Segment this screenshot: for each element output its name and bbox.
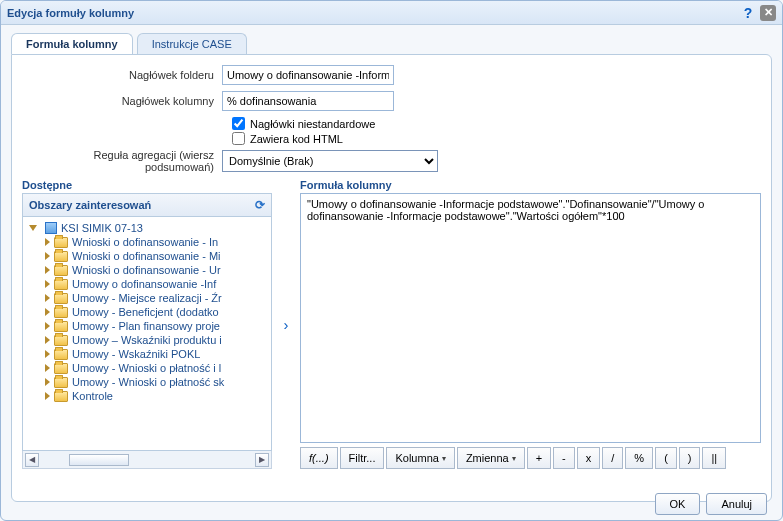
folder-header-label: Nagłówek folderu (22, 69, 222, 81)
chevron-right-icon (45, 392, 50, 400)
custom-headers-checkbox[interactable] (232, 117, 245, 130)
window-title: Edycja formuły kolumny (7, 7, 134, 19)
custom-headers-label: Nagłówki niestandardowe (250, 118, 375, 130)
subject-tree[interactable]: KSI SIMIK 07-13 Wnioski o dofinansowanie… (22, 217, 272, 451)
formula-title: Formuła kolumny (300, 179, 761, 191)
column-header-input[interactable] (222, 91, 394, 111)
tree-item[interactable]: Umowy - Beneficjent (dodatko (45, 305, 269, 319)
chevron-right-icon (45, 238, 50, 246)
folder-icon (54, 377, 68, 388)
scroll-right-icon[interactable]: ▶ (255, 453, 269, 467)
move-right-button[interactable]: › (278, 312, 294, 336)
fn-button[interactable]: f(...) (300, 447, 338, 469)
chevron-right-icon (45, 294, 50, 302)
folder-icon (54, 335, 68, 346)
lparen-button[interactable]: ( (655, 447, 677, 469)
tree-item[interactable]: Umowy - Wnioski o płatność sk (45, 375, 269, 389)
chevron-down-icon (29, 225, 37, 231)
column-header-label: Nagłówek kolumny (22, 95, 222, 107)
variable-button[interactable]: Zmienna▾ (457, 447, 525, 469)
chevron-right-icon (45, 336, 50, 344)
ok-button[interactable]: OK (655, 493, 701, 515)
chevron-down-icon: ▾ (442, 454, 446, 463)
formula-textarea-wrap: "Umowy o dofinansowanie -Informacje pods… (300, 193, 761, 443)
chevron-right-icon (45, 378, 50, 386)
folder-icon (54, 391, 68, 402)
chevron-right-icon (45, 308, 50, 316)
agg-rule-label: Reguła agregacji (wiersz podsumowań) (22, 149, 222, 173)
folder-icon (54, 321, 68, 332)
plus-button[interactable]: + (527, 447, 551, 469)
formula-toolbar: f(...) Filtr... Kolumna▾ Zmienna▾ + - x … (300, 447, 761, 469)
chevron-right-icon (45, 364, 50, 372)
scroll-left-icon[interactable]: ◀ (25, 453, 39, 467)
tab-formula[interactable]: Formuła kolumny (11, 33, 133, 54)
available-title: Dostępne (22, 179, 272, 191)
folder-icon (54, 307, 68, 318)
tree-item[interactable]: Umowy - Plan finansowy proje (45, 319, 269, 333)
help-icon[interactable]: ? (740, 5, 756, 21)
cube-icon (45, 222, 57, 234)
chevron-right-icon (45, 252, 50, 260)
tree-item[interactable]: Kontrole (45, 389, 269, 403)
folder-header-input[interactable] (222, 65, 394, 85)
tree-item[interactable]: Wnioski o dofinansowanie - Mi (45, 249, 269, 263)
chevron-right-icon (45, 280, 50, 288)
folder-icon (54, 363, 68, 374)
tree-root[interactable]: KSI SIMIK 07-13 (29, 221, 269, 235)
column-button[interactable]: Kolumna▾ (386, 447, 454, 469)
tree-item[interactable]: Umowy – Wskaźniki produktu i (45, 333, 269, 347)
titlebar: Edycja formuły kolumny ? ✕ (1, 1, 782, 25)
chevron-right-icon (45, 350, 50, 358)
divide-button[interactable]: / (602, 447, 623, 469)
formula-textarea[interactable]: "Umowy o dofinansowanie -Informacje pods… (307, 198, 754, 438)
subject-areas-header[interactable]: Obszary zainteresowań ⟳ (22, 193, 272, 217)
minus-button[interactable]: - (553, 447, 575, 469)
tree-item[interactable]: Umowy - Miejsce realizacji - Źr (45, 291, 269, 305)
filter-button[interactable]: Filtr... (340, 447, 385, 469)
concat-button[interactable]: || (702, 447, 726, 469)
folder-icon (54, 293, 68, 304)
tree-item[interactable]: Wnioski o dofinansowanie - Ur (45, 263, 269, 277)
tree-item[interactable]: Umowy - Wskaźniki POKL (45, 347, 269, 361)
cancel-button[interactable]: Anuluj (706, 493, 767, 515)
scroll-thumb[interactable] (69, 454, 129, 466)
tree-item[interactable]: Umowy - Wnioski o płatność i l (45, 361, 269, 375)
contains-html-checkbox[interactable] (232, 132, 245, 145)
main-panel: Nagłówek folderu Nagłówek kolumny Nagłów… (11, 54, 772, 502)
chevron-right-icon (45, 322, 50, 330)
rparen-button[interactable]: ) (679, 447, 701, 469)
folder-icon (54, 251, 68, 262)
tree-hscrollbar[interactable]: ◀ ▶ (22, 451, 272, 469)
tab-case[interactable]: Instrukcje CASE (137, 33, 247, 54)
contains-html-label: Zawiera kod HTML (250, 133, 343, 145)
multiply-button[interactable]: x (577, 447, 601, 469)
tab-strip: Formuła kolumny Instrukcje CASE (1, 25, 782, 54)
agg-rule-select[interactable]: Domyślnie (Brak) (222, 150, 438, 172)
percent-button[interactable]: % (625, 447, 653, 469)
tree-item[interactable]: Wnioski o dofinansowanie - In (45, 235, 269, 249)
folder-icon (54, 265, 68, 276)
folder-icon (54, 349, 68, 360)
chevron-down-icon: ▾ (512, 454, 516, 463)
close-icon[interactable]: ✕ (760, 5, 776, 21)
folder-icon (54, 237, 68, 248)
chevron-right-icon (45, 266, 50, 274)
folder-icon (54, 279, 68, 290)
tree-item[interactable]: Umowy o dofinansowanie -Inf (45, 277, 269, 291)
refresh-icon[interactable]: ⟳ (255, 198, 265, 212)
